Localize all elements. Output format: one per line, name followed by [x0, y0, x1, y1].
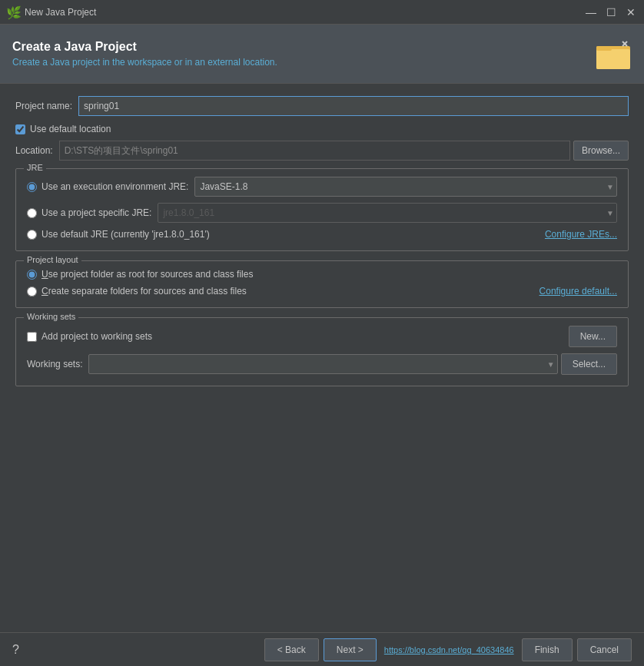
working-sets-title: Working sets: [24, 312, 78, 321]
jre-radio1-row: Use an execution environment JRE: JavaSE…: [27, 177, 617, 197]
layout-radio1-label: Use project folder as root for sources a…: [41, 269, 253, 280]
jre-radio3-row: Use default JRE (currently 'jre1.8.0_161…: [27, 229, 617, 240]
jre-radio1-label: Use an execution environment JRE:: [41, 181, 188, 192]
project-name-row: Project name:: [15, 96, 629, 116]
jre-specific-select-wrapper: jre1.8.0_161 ▼: [158, 203, 617, 223]
working-sets-select-wrapper: ▼: [88, 354, 557, 374]
title-bar: 🌿 New Java Project — ☐ ✕: [0, 0, 644, 25]
location-row: Location: Browse...: [15, 141, 629, 161]
use-default-location-row: Use default location: [15, 124, 629, 134]
minimize-button[interactable]: —: [584, 5, 598, 19]
jre-radio1[interactable]: [27, 182, 37, 192]
add-to-working-sets-label: Add project to working sets: [41, 331, 152, 342]
dialog-subtitle: Create a Java project in the workspace o…: [12, 57, 595, 68]
jre-group: JRE Use an execution environment JRE: Ja…: [15, 168, 629, 251]
jre-radio2-label: Use a project specific JRE:: [41, 207, 151, 218]
working-sets-input-row: Working sets: ▼ Select...: [27, 353, 617, 375]
header-folder-icon: [595, 35, 632, 72]
add-to-working-sets-row: Add project to working sets: [27, 331, 152, 342]
add-to-working-sets-checkbox[interactable]: [27, 332, 37, 342]
layout-radio1[interactable]: [27, 270, 37, 280]
use-default-location-label: Use default location: [30, 124, 111, 134]
finish-button[interactable]: Finish: [522, 638, 573, 661]
url-link[interactable]: https://blog.csdn.net/qq_40634846: [384, 645, 514, 654]
jre-group-title: JRE: [24, 163, 46, 172]
empty-space: [15, 396, 629, 472]
location-input[interactable]: [59, 141, 570, 161]
layout-radio1-row: Use project folder as root for sources a…: [27, 269, 617, 280]
working-sets-select[interactable]: [88, 354, 557, 374]
working-sets-group: Working sets Add project to working sets…: [15, 317, 629, 386]
next-button[interactable]: Next >: [324, 638, 377, 661]
back-button[interactable]: < Back: [264, 638, 319, 661]
footer-buttons: < Back Next > https://blog.csdn.net/qq_4…: [264, 638, 632, 661]
use-default-location-checkbox[interactable]: [15, 124, 25, 134]
jre-radio2-row: Use a project specific JRE: jre1.8.0_161…: [27, 203, 617, 223]
dialog-footer: ? < Back Next > https://blog.csdn.net/qq…: [0, 632, 644, 666]
dialog-title: Create a Java Project: [12, 40, 595, 54]
project-layout-title: Project layout: [24, 255, 81, 264]
jre-specific-select[interactable]: jre1.8.0_161: [158, 203, 617, 223]
window-title: New Java Project: [25, 7, 584, 18]
layout-radio2[interactable]: [27, 287, 37, 297]
jre-radio2[interactable]: [27, 208, 37, 218]
maximize-button[interactable]: ☐: [604, 5, 618, 19]
project-name-label: Project name:: [15, 101, 72, 111]
project-name-input[interactable]: [78, 96, 629, 116]
window-controls: — ☐ ✕: [584, 5, 638, 19]
project-layout-group: Project layout Use project folder as roo…: [15, 260, 629, 308]
layout-radio2-row: Create separate folders for sources and …: [27, 286, 617, 297]
close-button[interactable]: ✕: [624, 5, 638, 19]
jre-radio3[interactable]: [27, 230, 37, 240]
configure-jres-link[interactable]: Configure JREs...: [545, 229, 617, 240]
help-button[interactable]: ?: [12, 643, 19, 657]
configure-default-link[interactable]: Configure default...: [539, 286, 617, 297]
jre-env-select[interactable]: JavaSE-1.8 JavaSE-11 JavaSE-17: [194, 177, 617, 197]
cancel-button[interactable]: Cancel: [577, 638, 632, 661]
svg-rect-1: [596, 49, 630, 69]
working-sets-label: Working sets:: [27, 359, 82, 369]
jre-env-select-wrapper: JavaSE-1.8 JavaSE-11 JavaSE-17 ▼: [194, 177, 617, 197]
browse-button[interactable]: Browse...: [573, 141, 629, 161]
dialog-header: Create a Java Project Create a Java proj…: [0, 25, 644, 84]
svg-rect-2: [596, 46, 612, 51]
layout-radio2-label: Create separate folders for sources and …: [41, 286, 247, 297]
select-working-sets-button[interactable]: Select...: [561, 353, 617, 375]
header-text: Create a Java Project Create a Java proj…: [12, 40, 595, 68]
jre-radio3-label: Use default JRE (currently 'jre1.8.0_161…: [41, 229, 210, 240]
location-label: Location:: [15, 145, 53, 156]
new-working-set-button[interactable]: New...: [569, 326, 617, 347]
dialog-body: Project name: Use default location Locat…: [0, 84, 644, 632]
app-icon: 🌿: [6, 5, 20, 19]
